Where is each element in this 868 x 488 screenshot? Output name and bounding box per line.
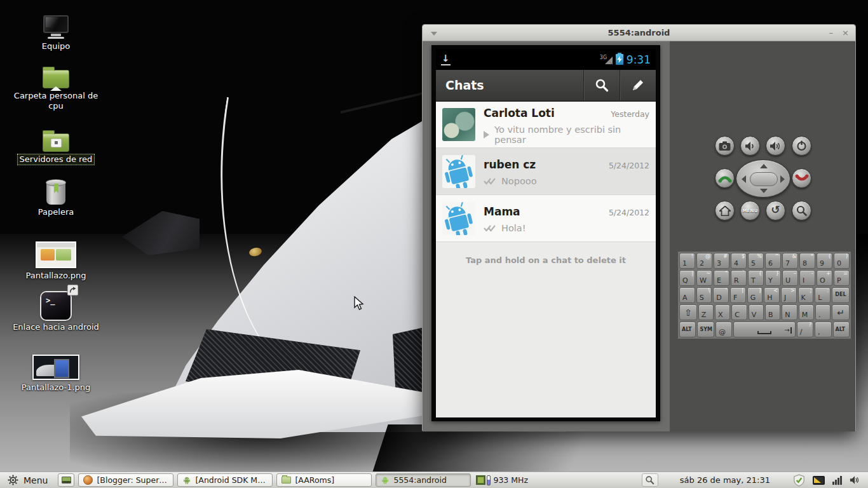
key-w[interactable]: W~	[696, 270, 712, 286]
key-h[interactable]: H<	[764, 287, 780, 303]
key-t[interactable]: T{	[748, 270, 764, 286]
taskbar-window-aaroms[interactable]: [AARoms]	[276, 473, 372, 487]
desktop-icon-pantallazo-1[interactable]: Pantallazo-1.png	[6, 355, 105, 393]
key-z[interactable]: Z	[698, 304, 714, 320]
key-alt-right[interactable]: ALT	[833, 322, 850, 337]
cpu-frequency-applet[interactable]: 933 MHz	[476, 475, 528, 485]
window-menu-icon[interactable]	[431, 32, 437, 36]
key-i[interactable]: I-	[799, 270, 815, 286]
desktop-icon-pantallazo[interactable]: Pantallazo.png	[6, 241, 105, 281]
clock[interactable]: sáb 26 de may, 21:31	[680, 475, 770, 485]
key-3[interactable]: 3#	[714, 253, 729, 269]
key-at[interactable]: @	[715, 322, 732, 337]
desktop-icon-equipo[interactable]: Equipo	[6, 15, 105, 51]
key-j[interactable]: J>	[781, 287, 797, 303]
show-desktop-button[interactable]	[58, 473, 74, 487]
key-s[interactable]: S\	[696, 287, 712, 303]
minimize-button[interactable]: –	[829, 29, 834, 37]
key-7[interactable]: 7&	[782, 253, 798, 269]
chat-list-item[interactable]: Mama 5/24/2012 Hola!	[436, 195, 656, 242]
desktop-icon-servidores-red[interactable]: Servidores de red	[6, 128, 105, 165]
key-p[interactable]: P=	[834, 270, 850, 286]
key-9[interactable]: 9(	[817, 253, 832, 269]
close-button[interactable]: ×	[842, 29, 849, 37]
tray-search-button[interactable]	[642, 473, 658, 487]
search-hw-button[interactable]	[792, 201, 811, 220]
key-l[interactable]: L:	[815, 287, 831, 303]
key-u[interactable]: U–	[782, 270, 798, 286]
key-5[interactable]: 5%	[748, 253, 764, 269]
key-y[interactable]: Y}	[765, 270, 781, 286]
dpad[interactable]	[736, 159, 790, 198]
key-del[interactable]: DEL	[832, 287, 850, 303]
key-shift[interactable]: ⇧	[679, 304, 697, 320]
key-0[interactable]: 0)	[834, 253, 850, 269]
dpad-up-icon[interactable]	[760, 164, 768, 168]
key-q[interactable]: Q|	[679, 270, 695, 286]
key-8[interactable]: 8*	[799, 253, 815, 269]
key-a[interactable]: A	[679, 287, 695, 303]
key-1[interactable]: 1!	[679, 253, 695, 269]
key-2[interactable]: 2@	[696, 253, 712, 269]
key-d[interactable]: D'	[713, 287, 729, 303]
volume-down-button[interactable]	[740, 136, 760, 156]
window-titlebar[interactable]: 5554:android – ×	[423, 25, 855, 41]
dpad-center-button[interactable]	[750, 172, 778, 186]
desktop-icon-label: Equipo	[40, 41, 72, 51]
key-f[interactable]: F[	[730, 287, 746, 303]
key-v[interactable]: V	[749, 304, 764, 320]
cpu-chip-icon	[476, 475, 485, 485]
key-slash[interactable]: /?	[797, 322, 813, 337]
desktop-icon-papelera[interactable]: Papelera	[6, 179, 105, 217]
key-.[interactable]: .	[815, 304, 831, 320]
desktop-icon-label: Enlace hacia android	[11, 322, 101, 332]
compose-button[interactable]	[620, 70, 656, 100]
key-6[interactable]: 6^	[765, 253, 781, 269]
key-n[interactable]: N	[782, 304, 797, 320]
key-sym[interactable]: SYM	[697, 322, 714, 337]
key-c[interactable]: C	[731, 304, 747, 320]
back-button[interactable]: ↺	[766, 201, 785, 220]
dpad-left-icon[interactable]	[742, 175, 746, 183]
key-k[interactable]: K;	[798, 287, 814, 303]
key-comma[interactable]: ,	[815, 322, 831, 337]
hangup-button[interactable]	[792, 168, 811, 188]
menu-button[interactable]: MENU	[740, 201, 760, 220]
desktop: Equipo Carpeta personal de cpu Servidore…	[0, 0, 868, 488]
desktop-icon-carpeta-personal[interactable]: Carpeta personal de cpu	[6, 65, 105, 111]
key-alt-left[interactable]: ALT	[679, 322, 696, 337]
volume-up-button[interactable]	[766, 136, 785, 156]
taskbar-window-blogger[interactable]: [Blogger: Super ...	[78, 473, 173, 487]
hangup-icon	[795, 174, 809, 182]
key-enter[interactable]: ↵	[832, 304, 850, 320]
dpad-right-icon[interactable]	[780, 175, 785, 183]
volume-icon[interactable]	[850, 475, 860, 485]
key-g[interactable]: G]	[747, 287, 763, 303]
display-settings-icon[interactable]	[813, 476, 825, 485]
key-e[interactable]: E"	[714, 270, 729, 286]
power-button[interactable]	[792, 136, 811, 156]
search-button[interactable]	[583, 70, 620, 100]
key-r[interactable]: R`	[731, 270, 747, 286]
desktop-icon-enlace-android[interactable]: >_ Enlace hacia android	[6, 292, 105, 332]
taskbar-window-emulator[interactable]: 5554:android	[376, 473, 471, 487]
home-icon	[719, 206, 731, 216]
search-icon	[594, 78, 609, 93]
network-signal-icon[interactable]	[832, 476, 842, 485]
menu-button[interactable]: Menu	[4, 473, 54, 487]
update-shield-icon[interactable]	[793, 474, 805, 487]
key-b[interactable]: B	[765, 304, 780, 320]
taskbar-window-android-sdk[interactable]: [Android SDK Ma...	[177, 473, 273, 487]
key-x[interactable]: X	[715, 304, 730, 320]
key-m[interactable]: M	[799, 304, 814, 320]
camera-button[interactable]	[715, 136, 735, 156]
home-button[interactable]	[715, 201, 735, 220]
key-space[interactable]: →	[733, 322, 795, 337]
key-4[interactable]: 4$	[731, 253, 747, 269]
chat-list-item[interactable]: Carlota Loti Yesterday Yo vitu nombre y …	[436, 102, 656, 148]
dpad-down-icon[interactable]	[760, 189, 768, 193]
key-o[interactable]: O+	[817, 270, 832, 286]
call-button[interactable]	[715, 168, 735, 188]
mouse-cursor	[353, 296, 367, 314]
chat-list-item[interactable]: ruben cz 5/24/2012 Nopooo	[436, 148, 656, 195]
